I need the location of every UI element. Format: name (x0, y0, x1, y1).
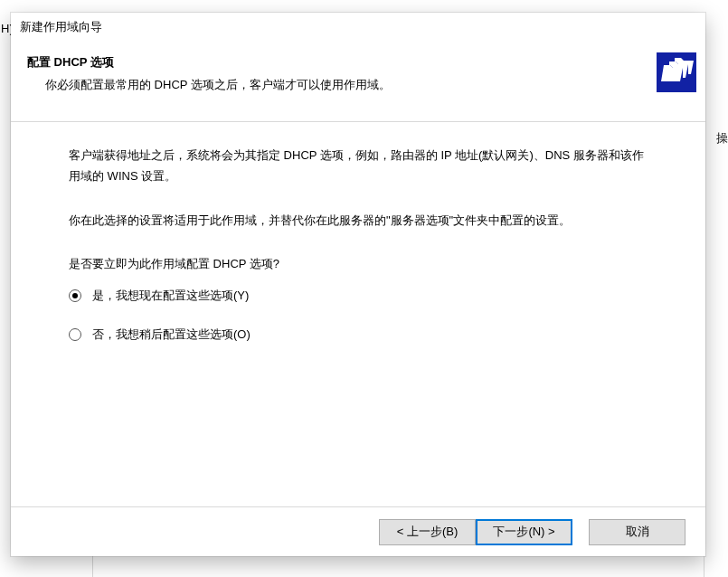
radio-yes-label: 是，我想现在配置这些选项(Y) (92, 286, 249, 307)
wizard-titlebar: 新建作用域向导 (11, 13, 705, 42)
next-button[interactable]: 下一步(N) > (476, 519, 572, 545)
radio-no-input[interactable] (69, 328, 81, 341)
back-button[interactable]: < 上一步(B) (379, 519, 476, 545)
wizard-header-subtitle: 你必须配置最常用的 DHCP 选项之后，客户端才可以使用作用域。 (45, 77, 648, 93)
radio-row-yes[interactable]: 是，我想现在配置这些选项(Y) (69, 286, 651, 307)
wizard-body: 客户端获得地址之后，系统将会为其指定 DHCP 选项，例如，路由器的 IP 地址… (11, 122, 705, 345)
wizard-paragraph-2: 你在此选择的设置将适用于此作用域，并替代你在此服务器的"服务器选项"文件夹中配置… (69, 211, 651, 232)
background-char-right: 操 (716, 130, 728, 147)
radio-yes-input[interactable] (69, 289, 81, 302)
wizard-header-title: 配置 DHCP 选项 (27, 54, 648, 71)
cancel-button[interactable]: 取消 (589, 519, 685, 545)
wizard-dialog: 新建作用域向导 配置 DHCP 选项 你必须配置最常用的 DHCP 选项之后，客… (11, 13, 705, 556)
wizard-title: 新建作用域向导 (20, 19, 102, 35)
radio-no-label: 否，我想稍后配置这些选项(O) (92, 325, 251, 345)
wizard-paragraph-1: 客户端获得地址之后，系统将会为其指定 DHCP 选项，例如，路由器的 IP 地址… (69, 146, 651, 187)
wizard-question: 是否要立即为此作用域配置 DHCP 选项? (69, 254, 651, 275)
wizard-header: 配置 DHCP 选项 你必须配置最常用的 DHCP 选项之后，客户端才可以使用作… (11, 42, 705, 112)
radio-row-no[interactable]: 否，我想稍后配置这些选项(O) (69, 325, 651, 345)
wizard-footer: < 上一步(B) 下一步(N) > 取消 (11, 506, 705, 556)
folders-icon (657, 52, 696, 92)
